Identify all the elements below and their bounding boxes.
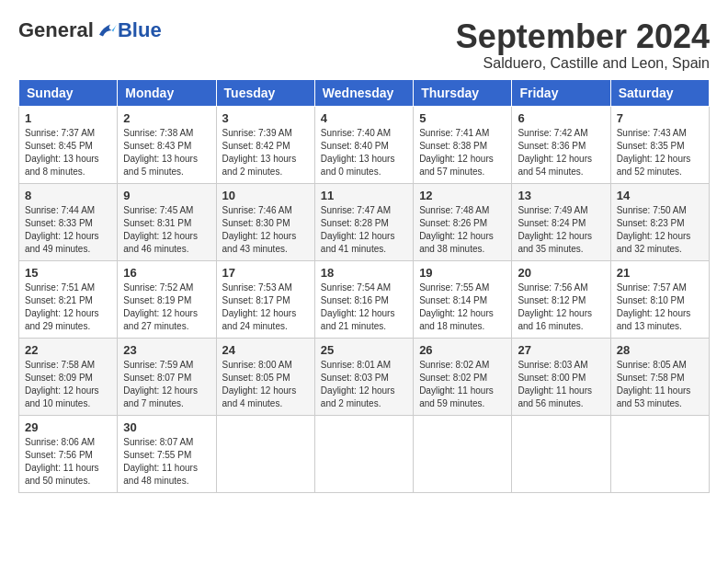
day-info: Sunrise: 7:39 AM Sunset: 8:42 PM Dayligh… [222,127,309,178]
day-number: 29 [25,420,111,434]
logo-blue-text: Blue [118,18,162,42]
day-number: 27 [518,343,604,357]
day-info: Sunrise: 7:54 AM Sunset: 8:16 PM Dayligh… [321,282,407,333]
page-header: General Blue September 2024 Salduero, Ca… [18,18,710,72]
day-info: Sunrise: 7:43 AM Sunset: 8:35 PM Dayligh… [617,127,703,178]
weekday-header-thursday: Thursday [414,79,512,106]
weekday-header-tuesday: Tuesday [216,79,314,106]
calendar-cell: 30 Sunrise: 8:07 AM Sunset: 7:55 PM Dayl… [118,415,216,492]
logo: General Blue [18,18,162,42]
logo-bird-icon [96,21,118,40]
calendar-week-4: 22 Sunrise: 7:58 AM Sunset: 8:09 PM Dayl… [19,338,710,415]
calendar-cell: 9 Sunrise: 7:45 AM Sunset: 8:31 PM Dayli… [118,183,216,260]
day-info: Sunrise: 7:40 AM Sunset: 8:40 PM Dayligh… [321,127,407,178]
calendar-cell: 21 Sunrise: 7:57 AM Sunset: 8:10 PM Dayl… [610,260,709,338]
calendar-cell: 28 Sunrise: 8:05 AM Sunset: 7:58 PM Dayl… [610,338,709,415]
day-number: 2 [123,111,210,125]
day-info: Sunrise: 8:05 AM Sunset: 7:58 PM Dayligh… [617,359,703,410]
day-number: 14 [617,189,703,202]
day-info: Sunrise: 7:53 AM Sunset: 8:17 PM Dayligh… [222,282,309,333]
weekday-header-sunday: Sunday [19,79,118,106]
weekday-header-wednesday: Wednesday [314,79,413,106]
location-title: Salduero, Castille and Leon, Spain [456,55,710,72]
calendar-cell: 24 Sunrise: 8:00 AM Sunset: 8:05 PM Dayl… [216,338,314,415]
calendar-cell: 2 Sunrise: 7:38 AM Sunset: 8:43 PM Dayli… [118,106,216,183]
day-info: Sunrise: 7:38 AM Sunset: 8:43 PM Dayligh… [123,127,210,178]
calendar-cell: 25 Sunrise: 8:01 AM Sunset: 8:03 PM Dayl… [314,338,413,415]
day-number: 4 [321,111,407,125]
day-number: 5 [419,111,506,125]
month-title: September 2024 [456,18,710,55]
day-number: 16 [123,266,210,280]
calendar-cell: 13 Sunrise: 7:49 AM Sunset: 8:24 PM Dayl… [512,183,610,260]
day-number: 19 [419,266,506,280]
calendar-header-row: SundayMondayTuesdayWednesdayThursdayFrid… [19,79,710,106]
calendar-cell: 10 Sunrise: 7:46 AM Sunset: 8:30 PM Dayl… [216,183,314,260]
calendar-cell [314,415,413,492]
calendar-cell: 29 Sunrise: 8:06 AM Sunset: 7:56 PM Dayl… [19,415,118,492]
day-info: Sunrise: 8:07 AM Sunset: 7:55 PM Dayligh… [123,436,210,488]
day-number: 10 [222,189,309,202]
calendar-week-2: 8 Sunrise: 7:44 AM Sunset: 8:33 PM Dayli… [19,183,710,260]
calendar-cell [414,415,512,492]
day-number: 26 [419,343,506,357]
day-number: 24 [222,343,309,357]
calendar-cell [512,415,610,492]
day-number: 18 [321,266,407,280]
weekday-header-friday: Friday [512,79,610,106]
day-number: 3 [222,111,309,125]
calendar-cell: 18 Sunrise: 7:54 AM Sunset: 8:16 PM Dayl… [314,260,413,338]
day-info: Sunrise: 7:47 AM Sunset: 8:28 PM Dayligh… [321,204,407,256]
calendar-cell: 27 Sunrise: 8:03 AM Sunset: 8:00 PM Dayl… [512,338,610,415]
day-info: Sunrise: 7:45 AM Sunset: 8:31 PM Dayligh… [123,204,210,256]
day-info: Sunrise: 8:01 AM Sunset: 8:03 PM Dayligh… [321,359,407,410]
weekday-header-monday: Monday [118,79,216,106]
day-info: Sunrise: 7:58 AM Sunset: 8:09 PM Dayligh… [25,359,111,410]
day-number: 20 [518,266,604,280]
day-number: 6 [518,111,604,125]
day-info: Sunrise: 7:52 AM Sunset: 8:19 PM Dayligh… [123,282,210,333]
day-number: 7 [617,111,703,125]
calendar-cell: 12 Sunrise: 7:48 AM Sunset: 8:26 PM Dayl… [414,183,512,260]
day-info: Sunrise: 7:37 AM Sunset: 8:45 PM Dayligh… [25,127,111,178]
day-number: 13 [518,189,604,202]
weekday-header-saturday: Saturday [610,79,709,106]
day-number: 22 [25,343,111,357]
calendar-week-3: 15 Sunrise: 7:51 AM Sunset: 8:21 PM Dayl… [19,260,710,338]
day-info: Sunrise: 7:41 AM Sunset: 8:38 PM Dayligh… [419,127,506,178]
logo-general-text: General [18,18,94,42]
calendar-cell: 3 Sunrise: 7:39 AM Sunset: 8:42 PM Dayli… [216,106,314,183]
calendar-cell: 1 Sunrise: 7:37 AM Sunset: 8:45 PM Dayli… [19,106,118,183]
calendar-week-5: 29 Sunrise: 8:06 AM Sunset: 7:56 PM Dayl… [19,415,710,492]
day-info: Sunrise: 7:49 AM Sunset: 8:24 PM Dayligh… [518,204,604,256]
day-number: 17 [222,266,309,280]
day-number: 15 [25,266,111,280]
day-number: 12 [419,189,506,202]
day-info: Sunrise: 7:59 AM Sunset: 8:07 PM Dayligh… [123,359,210,410]
calendar-cell: 8 Sunrise: 7:44 AM Sunset: 8:33 PM Dayli… [19,183,118,260]
calendar-cell: 22 Sunrise: 7:58 AM Sunset: 8:09 PM Dayl… [19,338,118,415]
calendar-cell: 4 Sunrise: 7:40 AM Sunset: 8:40 PM Dayli… [314,106,413,183]
calendar-cell: 23 Sunrise: 7:59 AM Sunset: 8:07 PM Dayl… [118,338,216,415]
day-number: 23 [123,343,210,357]
day-number: 11 [321,189,407,202]
day-number: 8 [25,189,111,202]
calendar-cell: 11 Sunrise: 7:47 AM Sunset: 8:28 PM Dayl… [314,183,413,260]
day-info: Sunrise: 7:56 AM Sunset: 8:12 PM Dayligh… [518,282,604,333]
calendar-cell [610,415,709,492]
day-info: Sunrise: 7:42 AM Sunset: 8:36 PM Dayligh… [518,127,604,178]
day-info: Sunrise: 7:51 AM Sunset: 8:21 PM Dayligh… [25,282,111,333]
day-number: 30 [123,420,210,434]
calendar-cell: 20 Sunrise: 7:56 AM Sunset: 8:12 PM Dayl… [512,260,610,338]
calendar-cell: 26 Sunrise: 8:02 AM Sunset: 8:02 PM Dayl… [414,338,512,415]
day-info: Sunrise: 7:57 AM Sunset: 8:10 PM Dayligh… [617,282,703,333]
day-number: 1 [25,111,111,125]
calendar-cell: 5 Sunrise: 7:41 AM Sunset: 8:38 PM Dayli… [414,106,512,183]
day-info: Sunrise: 7:50 AM Sunset: 8:23 PM Dayligh… [617,204,703,256]
calendar-week-1: 1 Sunrise: 7:37 AM Sunset: 8:45 PM Dayli… [19,106,710,183]
calendar-cell: 19 Sunrise: 7:55 AM Sunset: 8:14 PM Dayl… [414,260,512,338]
day-number: 28 [617,343,703,357]
day-info: Sunrise: 8:03 AM Sunset: 8:00 PM Dayligh… [518,359,604,410]
day-info: Sunrise: 8:02 AM Sunset: 8:02 PM Dayligh… [419,359,506,410]
calendar-cell [216,415,314,492]
